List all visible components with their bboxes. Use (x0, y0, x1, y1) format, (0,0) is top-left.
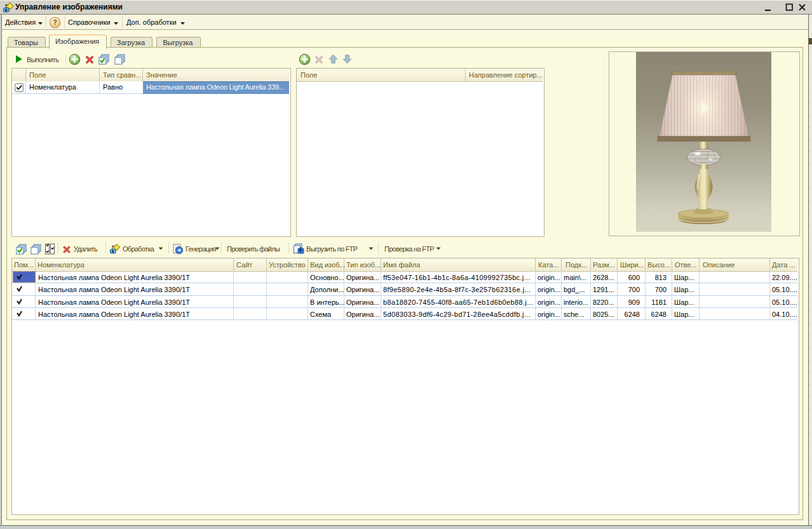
svg-text:?: ? (53, 18, 57, 26)
